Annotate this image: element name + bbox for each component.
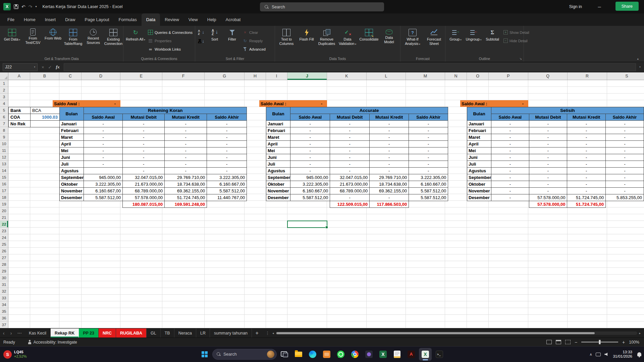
value-cell[interactable]: - — [491, 181, 529, 188]
row-header-16[interactable]: 16 — [0, 181, 8, 187]
saldo-awal-block-accurate[interactable]: Saldo Awal : - — [259, 100, 327, 107]
terminal-button[interactable] — [433, 348, 446, 361]
save-icon[interactable] — [14, 4, 18, 9]
orange-app-button[interactable] — [320, 348, 333, 361]
value-cell[interactable]: - — [330, 147, 370, 154]
ribbon-tab-home[interactable]: Home — [19, 13, 40, 26]
value-cell[interactable]: - — [491, 174, 529, 181]
month-cell[interactable]: Maret — [60, 134, 84, 141]
value-cell[interactable]: 5.587.512,00 — [84, 194, 123, 201]
month-cell[interactable]: Desember — [266, 194, 290, 201]
value-cell[interactable]: - — [123, 127, 165, 134]
sheet-tab-lr[interactable]: LR — [196, 328, 210, 338]
value-cell[interactable]: 5.587.512,00 — [409, 194, 448, 201]
row-header-13[interactable]: 13 — [0, 161, 8, 167]
value-cell[interactable]: 5.853.255,00 — [606, 194, 644, 201]
row-header-9[interactable]: 9 — [0, 134, 8, 140]
value-cell[interactable]: - — [606, 188, 644, 194]
row-header-14[interactable]: 14 — [0, 167, 8, 174]
saldo-awal-block-selisih[interactable]: Saldo Awal : - — [460, 100, 528, 107]
value-cell[interactable]: - — [606, 121, 644, 127]
total-cell[interactable]: 117.866.503,00 — [370, 201, 409, 208]
coa-value-cell[interactable]: 1000.03 — [31, 114, 60, 121]
volume-tray-icon[interactable] — [604, 352, 609, 356]
ribbon-tab-review[interactable]: Review — [160, 13, 184, 26]
row-header-3[interactable]: 3 — [0, 94, 8, 100]
bank-label-cell[interactable]: Bank — [9, 107, 31, 114]
value-cell[interactable]: - — [567, 168, 606, 174]
value-cell[interactable]: 3.222.305,00 — [207, 174, 247, 181]
display-tray-icon[interactable] — [596, 353, 601, 356]
enter-icon[interactable]: ✓ — [48, 65, 52, 70]
ribbon-tab-page-layout[interactable]: Page Layout — [80, 13, 114, 26]
coa-label-cell[interactable]: COA — [9, 114, 31, 121]
row-header-36[interactable]: 36 — [0, 315, 8, 321]
ribbon-tab-view[interactable]: View — [184, 13, 203, 26]
purple-app-button[interactable] — [363, 348, 375, 361]
value-cell[interactable]: - — [290, 121, 330, 127]
value-cell[interactable]: - — [370, 161, 409, 168]
what-if-analysis-button[interactable]: What-If Analysis▾ — [402, 27, 423, 46]
row-header-18[interactable]: 18 — [0, 194, 8, 201]
value-cell[interactable]: - — [409, 168, 448, 174]
value-cell[interactable]: - — [290, 141, 330, 147]
acrobat-button[interactable] — [405, 348, 418, 361]
row-header-34[interactable]: 34 — [0, 301, 8, 308]
month-cell[interactable]: Juni — [60, 154, 84, 161]
get-data-button[interactable]: Get Data▾ — [2, 27, 22, 42]
value-cell[interactable]: - — [165, 121, 207, 127]
month-cell[interactable]: Juli — [467, 161, 491, 168]
column-header-B[interactable]: B — [30, 72, 59, 80]
zoom-out-button[interactable]: − — [575, 340, 577, 345]
value-cell[interactable]: - — [529, 127, 567, 134]
value-cell[interactable]: - — [606, 174, 644, 181]
column-header-K[interactable]: K — [327, 72, 367, 80]
month-cell[interactable]: September — [467, 174, 491, 181]
month-cell[interactable]: Februari — [266, 127, 290, 134]
month-cell[interactable]: Desember — [60, 194, 84, 201]
value-cell[interactable]: - — [84, 121, 123, 127]
month-cell[interactable]: Maret — [467, 134, 491, 141]
value-cell[interactable]: - — [84, 154, 123, 161]
value-cell[interactable]: - — [606, 154, 644, 161]
value-cell[interactable]: - — [606, 127, 644, 134]
month-cell[interactable]: Agustus — [266, 168, 290, 174]
value-cell[interactable]: 21.673.000,00 — [330, 181, 370, 188]
column-header-O[interactable]: O — [467, 72, 489, 80]
collapse-ribbon-icon[interactable]: ▴ — [637, 57, 639, 60]
quick-access-caret-icon[interactable]: ▾ — [35, 0, 37, 13]
value-cell[interactable]: - — [606, 168, 644, 174]
excel-button[interactable] — [377, 348, 389, 361]
row-header-35[interactable]: 35 — [0, 308, 8, 315]
taskbar-clock[interactable]: 13:33 31/01/2026 — [613, 350, 632, 359]
value-cell[interactable]: - — [330, 121, 370, 127]
value-cell[interactable]: - — [165, 147, 207, 154]
value-cell[interactable]: 21.673.000,00 — [123, 181, 165, 188]
value-cell[interactable]: - — [529, 181, 567, 188]
column-header-H[interactable]: H — [245, 72, 266, 80]
page-break-view-button[interactable] — [565, 340, 571, 344]
column-header-Q[interactable]: Q — [528, 72, 568, 80]
queries-connections-button[interactable]: Queries & Connections — [147, 29, 194, 36]
value-cell[interactable]: 69.362.155,00 — [165, 188, 207, 194]
month-cell[interactable]: April — [467, 141, 491, 147]
column-header-P[interactable]: P — [489, 72, 528, 80]
from-text-csv-button[interactable]: From Text/CSV — [23, 27, 43, 45]
value-cell[interactable]: 5.587.512,00 — [409, 188, 448, 194]
saldo-awal-block-rekening-koran[interactable]: Saldo Awal : - — [53, 100, 120, 107]
month-cell[interactable]: November — [467, 188, 491, 194]
month-cell[interactable]: November — [60, 188, 84, 194]
value-cell[interactable]: - — [567, 121, 606, 127]
month-cell[interactable]: Mei — [60, 147, 84, 154]
value-cell[interactable]: - — [165, 127, 207, 134]
no-rek-label-cell[interactable]: No Rek — [9, 121, 31, 127]
value-cell[interactable]: - — [207, 147, 247, 154]
value-cell[interactable]: 6.160.667,00 — [290, 188, 330, 194]
value-cell[interactable]: - — [491, 121, 529, 127]
row-header-28[interactable]: 28 — [0, 261, 8, 268]
consolidate-button[interactable]: Consolidate — [359, 27, 379, 42]
row-header-21[interactable]: 21 — [0, 214, 8, 221]
month-cell[interactable]: Maret — [266, 134, 290, 141]
ungroup-button[interactable]: Ungroup▾ — [465, 27, 483, 42]
notification-bell-icon[interactable] — [637, 352, 641, 356]
